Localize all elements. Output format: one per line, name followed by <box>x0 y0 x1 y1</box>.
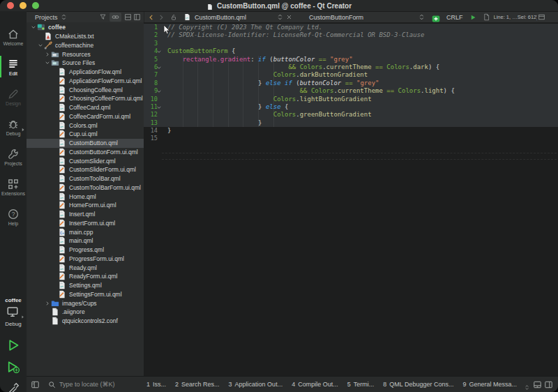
tree-item[interactable]: ChoosingCoffee.qml <box>27 85 144 94</box>
panel-title-dropdown[interactable]: Projects <box>35 14 58 21</box>
tree-item[interactable]: CoffeeCardForm.ui.qml <box>27 112 144 121</box>
gutter-line[interactable]: 15 <box>144 135 162 142</box>
code-editor[interactable]: 123456789101112131415 // Copyright (C) 2… <box>144 22 558 377</box>
output-panel-button[interactable]: 3Application Out... <box>229 381 283 388</box>
toggle-left-sidebar-button[interactable] <box>29 379 40 390</box>
file-lock-icon[interactable] <box>169 13 179 22</box>
gutter-line[interactable]: 8 <box>144 80 162 87</box>
tree-item[interactable]: CustomToolBarForm.ui.qml <box>27 183 144 193</box>
gutter-line[interactable]: 7 <box>144 71 162 79</box>
output-panel-button[interactable]: 5Termi... <box>347 381 375 388</box>
gutter-line[interactable]: 9 <box>144 87 162 95</box>
tree-item[interactable]: CustomButton.qml <box>27 139 144 148</box>
mode-item-welcome[interactable]: Welcome <box>0 22 27 52</box>
go-back-button[interactable] <box>146 13 156 22</box>
gutter-line[interactable]: 11 <box>144 103 162 111</box>
preview-run-button[interactable] <box>468 13 478 22</box>
filter-icon[interactable] <box>98 13 107 22</box>
code-pane[interactable]: // Copyright (C) 2023 The Qt Company Ltd… <box>162 24 558 143</box>
fold-marker-icon[interactable] <box>156 105 162 110</box>
gutter-line[interactable]: 2 <box>144 31 162 39</box>
toggle-output-pane-button[interactable] <box>531 379 543 390</box>
line-ending-selector[interactable]: CRLF <box>446 14 463 21</box>
tree-item[interactable]: CustomSliderForm.ui.qml <box>27 165 144 174</box>
output-panel-button[interactable]: 1Iss... <box>146 381 166 388</box>
chevron-down-icon[interactable] <box>31 24 36 30</box>
gutter-line[interactable]: 1 <box>144 24 162 31</box>
kit-monitor-icon[interactable] <box>6 306 21 319</box>
go-forward-button[interactable] <box>156 13 166 22</box>
chevron-down-icon[interactable] <box>38 43 43 48</box>
code-line[interactable]: } <box>162 127 558 135</box>
gutter-line[interactable]: 13 <box>144 119 162 127</box>
fold-marker-icon[interactable] <box>156 65 162 70</box>
locator-input[interactable]: Type to locate (⌘K) <box>47 379 137 390</box>
tree-item[interactable]: Settings.qml <box>27 281 144 290</box>
code-line[interactable]: } <box>162 119 558 127</box>
tree-item[interactable]: ApplicationFlowForm.ui.qml <box>27 77 144 86</box>
tree-item[interactable]: Home.qml <box>27 192 144 201</box>
output-panel-button[interactable]: 4Compile Out... <box>292 381 338 388</box>
close-document-button[interactable] <box>285 13 294 22</box>
mode-item-projects[interactable]: Projects <box>0 142 27 172</box>
tree-item[interactable]: CMakeLists.txt <box>27 32 144 41</box>
panel-overflow-combo-icon[interactable] <box>524 381 531 388</box>
document-combo-icon[interactable] <box>276 13 285 22</box>
titlebar[interactable]: CustomButton.qml @ coffee - Qt Creator <box>0 0 558 12</box>
symbol-dropdown[interactable]: CustomButtonForm <box>303 13 426 22</box>
sync-with-editor-icon[interactable] <box>110 13 121 22</box>
toggle-right-sidebar-button[interactable] <box>543 379 554 390</box>
tree-item[interactable]: CustomSlider.qml <box>27 156 144 165</box>
code-line[interactable]: && Colors.currentTheme == Colors.light) … <box>162 87 558 95</box>
mode-item-help[interactable]: ?Help <box>0 202 27 232</box>
gutter-line[interactable]: 6 <box>144 63 162 71</box>
tree-item[interactable]: Progress.qml <box>27 246 144 255</box>
gutter-line[interactable]: 5 <box>144 56 162 63</box>
kit-selector[interactable]: coffee Debug <box>0 297 27 327</box>
tree-item[interactable]: CustomToolBar.qml <box>27 174 144 183</box>
open-document-dropdown[interactable]: CustomButton.qml <box>183 13 285 22</box>
tree-item[interactable]: qtquickcontrols2.conf <box>27 317 144 326</box>
tree-item[interactable]: ChoosingCoffeeForm.ui.qml <box>27 94 144 103</box>
close-sidebar-icon[interactable] <box>133 13 142 22</box>
code-line[interactable]: Colors.lightButtonGradient <box>162 96 558 103</box>
run-button[interactable] <box>6 338 21 353</box>
tree-item[interactable]: .aiignore <box>27 308 144 317</box>
tree-item[interactable]: Colors.qml <box>27 121 144 130</box>
code-line[interactable]: CustomButtonForm { <box>162 47 558 55</box>
editor-gutter[interactable]: 123456789101112131415 <box>144 24 162 143</box>
code-line[interactable] <box>162 135 558 142</box>
code-line[interactable]: } else { <box>162 103 558 111</box>
mode-item-design[interactable]: Design <box>0 82 27 112</box>
fold-marker-icon[interactable] <box>156 49 162 54</box>
code-line[interactable]: // SPDX-License-Identifier: LicenseRef-Q… <box>162 31 558 39</box>
chevron-down-icon[interactable] <box>45 60 50 66</box>
tree-item[interactable]: InsertForm.ui.qml <box>27 219 144 228</box>
mode-item-debug[interactable]: Debug <box>0 112 27 142</box>
symbol-combo-icon[interactable] <box>417 13 426 22</box>
tree-item[interactable]: coffee <box>27 23 144 32</box>
tree-item[interactable]: CustomButtonForm.ui.qml <box>27 148 144 157</box>
qml-live-preview-button[interactable] <box>431 13 441 22</box>
split-editor-button[interactable] <box>537 13 546 22</box>
tree-item[interactable]: Source Files <box>27 59 144 68</box>
mode-item-extensions[interactable]: Extensions <box>0 172 27 202</box>
gutter-line[interactable]: 3 <box>144 40 162 47</box>
code-line[interactable]: Colors.darkButtonGradient <box>162 71 558 79</box>
tree-item[interactable]: Cup.ui.qml <box>27 130 144 139</box>
mode-item-edit[interactable]: Edit <box>0 52 27 82</box>
tree-item[interactable]: Ready.qml <box>27 263 144 272</box>
tree-item[interactable]: images/Cups <box>27 299 144 308</box>
code-line[interactable]: // Copyright (C) 2023 The Qt Company Ltd… <box>162 24 558 31</box>
tree-item[interactable]: Resources <box>27 50 144 59</box>
build-button[interactable] <box>6 381 21 392</box>
code-line[interactable] <box>162 40 558 47</box>
gutter-line[interactable]: 14 <box>144 127 162 135</box>
debug-run-button[interactable] <box>6 359 21 375</box>
tree-item[interactable]: Insert.qml <box>27 210 144 219</box>
gutter-line[interactable]: 4 <box>144 47 162 55</box>
panel-combo-icon[interactable] <box>59 13 68 22</box>
gutter-line[interactable]: 10 <box>144 96 162 103</box>
gutter-line[interactable]: 12 <box>144 111 162 119</box>
tree-item[interactable]: ProgressForm.ui.qml <box>27 255 144 264</box>
